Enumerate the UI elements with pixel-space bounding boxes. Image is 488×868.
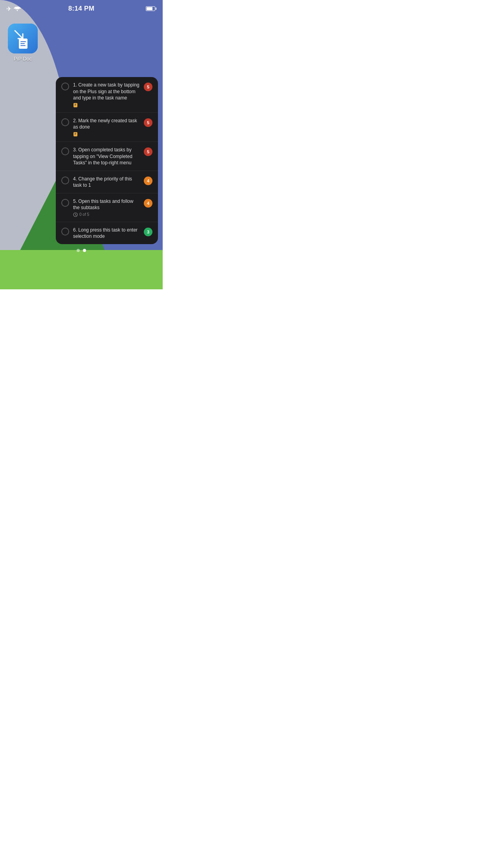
task-circle-2 [61,118,69,126]
task-item-2[interactable]: 2. Mark the newly created task as done 5 [56,113,158,142]
status-left-icons: ✈ [6,5,21,13]
task-item-6[interactable]: 6. Long press this task to enter selecti… [56,222,158,244]
task-circle-4 [61,177,69,184]
task-circle-3 [61,147,69,155]
task-circle-5 [61,199,69,207]
task-sub-2 [73,131,140,137]
app-icon[interactable] [8,24,38,53]
app-icon-container[interactable]: PiP Doc [8,24,38,62]
task-text-5: 5. Open this tasks and follow the subtas… [73,198,140,211]
task-circle-6 [61,228,69,235]
task-badge-1: 5 [144,83,152,91]
page-dot-1[interactable] [77,249,80,252]
task-content-3: 3. Open completed tasks by tapping on "V… [73,147,140,166]
task-text-6: 6. Long press this task to enter selecti… [73,227,140,239]
task-item-3[interactable]: 3. Open completed tasks by tapping on "V… [56,142,158,171]
bg-green-bottom [0,250,163,289]
task-item-5[interactable]: 5. Open this tasks and follow the subtas… [56,193,158,222]
task-circle-1 [61,83,69,90]
task-text-1: 1. Create a new task by tapping on the P… [73,82,140,101]
task-sub-text-5: 0 of 5 [79,212,89,217]
task-content-2: 2. Mark the newly created task as done [73,118,140,137]
task-text-4: 4. Change the priority of this task to 1 [73,176,140,188]
status-bar: ✈ 8:14 PM [0,0,163,17]
battery-icon [146,6,156,11]
app-label: PiP Doc [14,56,32,62]
task-content-5: 5. Open this tasks and follow the subtas… [73,198,140,217]
task-item-4[interactable]: 4. Change the priority of this task to 1… [56,171,158,193]
task-text-3: 3. Open completed tasks by tapping on "V… [73,147,140,166]
task-text-2: 2. Mark the newly created task as done [73,118,140,130]
task-badge-6: 3 [144,228,152,236]
task-badge-2: 5 [144,118,152,127]
task-badge-3: 5 [144,147,152,156]
task-item-1[interactable]: 1. Create a new task by tapping on the P… [56,77,158,113]
task-panel: 1. Create a new task by tapping on the P… [56,77,158,244]
task-content-1: 1. Create a new task by tapping on the P… [73,82,140,108]
task-badge-5: 4 [144,199,152,208]
airplane-icon: ✈ [6,5,11,13]
task-content-6: 6. Long press this task to enter selecti… [73,227,140,239]
page-indicators [77,249,86,252]
task-sub-5: 0 of 5 [73,212,140,217]
status-time: 8:14 PM [68,5,94,13]
task-content-4: 4. Change the priority of this task to 1 [73,176,140,188]
task-sub-1 [73,102,140,108]
task-badge-4: 4 [144,177,152,185]
wifi-icon [14,6,21,12]
page-dot-2[interactable] [83,249,86,252]
status-right-icons [146,6,156,11]
